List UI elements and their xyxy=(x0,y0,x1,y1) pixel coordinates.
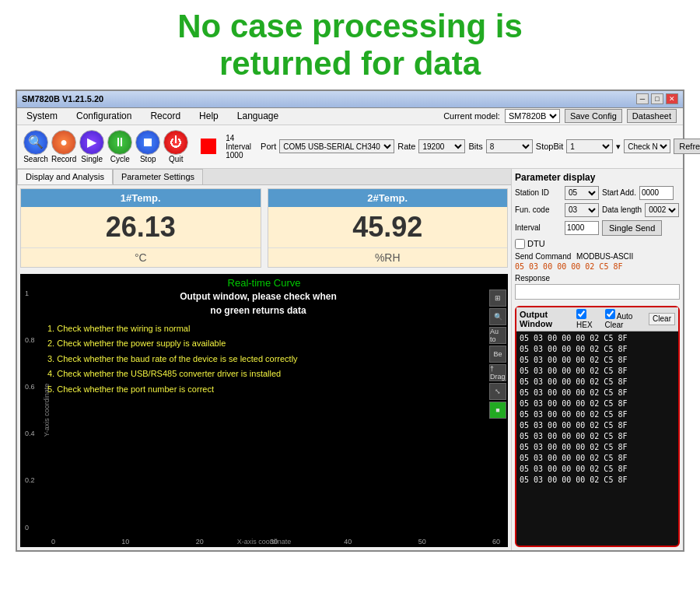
title-bar-controls: ─ □ ✕ xyxy=(636,93,678,104)
data-cell-1-unit: °C xyxy=(21,247,261,267)
menu-help[interactable]: Help xyxy=(196,109,222,123)
chart-btn-auto[interactable]: Au to xyxy=(489,327,506,344)
dtu-label: DTU xyxy=(527,239,545,248)
stop-bit-select[interactable]: 1 xyxy=(566,139,613,153)
menu-record[interactable]: Record xyxy=(147,109,184,123)
check-item-5: 5. Check whether the port number is corr… xyxy=(47,383,469,396)
output-line: 05 03 00 00 00 02 C5 8F xyxy=(520,398,675,409)
station-id-select[interactable]: 05 xyxy=(565,186,599,200)
refresh-button[interactable]: Refresh xyxy=(674,139,700,154)
chart-btn-fit[interactable]: ⤡ xyxy=(489,383,506,400)
stop-button[interactable]: ⏹ Stop xyxy=(135,130,160,163)
tab-parameter[interactable]: Parameter Settings xyxy=(113,169,203,184)
main-content: Display and Analysis Parameter Settings … xyxy=(17,169,683,550)
data-length-select[interactable]: 0002 xyxy=(645,203,679,217)
output-line: 05 03 00 00 00 02 C5 8F xyxy=(520,420,675,431)
hex-label[interactable]: HEX xyxy=(576,309,600,329)
left-panel: Display and Analysis Parameter Settings … xyxy=(17,169,512,550)
bits-label: Bits xyxy=(468,142,482,151)
chart-btn-grid[interactable]: ⊞ xyxy=(489,289,506,307)
check-item-2: 2. Check whether the power supply is ava… xyxy=(47,337,469,350)
check-select[interactable]: Check None xyxy=(624,139,670,153)
chart-area: Real-time Curve Y-axis coordinate 1 0.8 … xyxy=(20,274,508,547)
send-command-label: Send Command MODBUS-ASCII xyxy=(515,252,680,261)
output-line: 05 03 00 00 00 02 C5 8F xyxy=(520,377,675,388)
quit-icon: ⏻ xyxy=(163,130,188,155)
search-icon: 🔍 xyxy=(23,130,48,155)
start-add-input[interactable] xyxy=(639,186,674,200)
minimize-button[interactable]: ─ xyxy=(636,93,649,104)
data-length-label: Data length xyxy=(602,205,642,214)
output-warning-title: Output window, please check when no gree… xyxy=(47,289,469,318)
data-cell-1-header: 1#Temp. xyxy=(21,189,261,207)
stop-icon: ⏹ xyxy=(135,130,160,155)
interval-value: 1000 xyxy=(226,151,251,160)
single-button[interactable]: ▶ Single xyxy=(79,130,104,163)
fun-code-select[interactable]: 03 xyxy=(565,203,599,217)
window-title: SM7820B V1.21.5.20 xyxy=(22,94,103,104)
chart-y-axis: 1 0.8 0.6 0.4 0.2 0 xyxy=(25,289,48,532)
single-label: Single xyxy=(81,155,103,163)
menu-system[interactable]: System xyxy=(23,109,61,123)
output-line: 05 03 00 00 00 02 C5 8F xyxy=(520,344,675,355)
port-select[interactable]: COM5 USB-SERIAL CH340 xyxy=(279,139,394,153)
port-label: Port xyxy=(261,142,276,151)
stop-bit-label: StopBit xyxy=(536,142,563,151)
rate-label: Rate xyxy=(397,142,415,151)
model-select[interactable]: SM7820B xyxy=(505,109,560,123)
menu-language[interactable]: Language xyxy=(234,109,282,123)
search-button[interactable]: 🔍 Search xyxy=(23,130,48,163)
rate-select[interactable]: 19200 xyxy=(418,139,465,153)
cycle-icon: ⏸ xyxy=(107,130,132,155)
menu-configuration[interactable]: Configuration xyxy=(73,109,135,123)
header-banner: No case processing isreturned for data xyxy=(0,0,700,89)
close-window-button[interactable]: ✕ xyxy=(666,93,678,104)
quit-button[interactable]: ⏻ Quit xyxy=(163,130,188,163)
response-label: Response xyxy=(515,274,680,282)
hex-checkbox[interactable] xyxy=(576,309,586,319)
fun-code-label: Fun. code xyxy=(515,205,562,214)
check-item-1: 1. Check whether the wiring is normal xyxy=(47,322,469,335)
datasheet-button[interactable]: Datasheet xyxy=(627,109,677,123)
check-item-3: 3. Check whether the baud rate of the de… xyxy=(47,353,469,366)
record-icon: ● xyxy=(51,130,76,155)
output-line: 05 03 00 00 00 02 C5 8F xyxy=(520,355,675,366)
output-line: 05 03 00 00 00 02 C5 8F xyxy=(520,453,675,464)
output-window-header: Output Window HEX Auto Clear Clear xyxy=(516,307,678,332)
chart-side-buttons: ⊞ 🔍 Au to Be † Drag ⤡ ■ xyxy=(489,289,506,419)
chart-btn-zoom[interactable]: 🔍 xyxy=(489,308,506,325)
record-button[interactable]: ● Record xyxy=(51,130,76,163)
chart-btn-drag[interactable]: † Drag xyxy=(489,364,506,381)
data-cell-2: 2#Temp. 45.92 %RH xyxy=(268,188,509,268)
tab-display[interactable]: Display and Analysis xyxy=(17,169,113,184)
save-config-button[interactable]: Save Config xyxy=(565,109,622,123)
status-indicator xyxy=(201,139,216,154)
auto-clear-label[interactable]: Auto Clear xyxy=(605,309,646,329)
right-panel: Parameter display Station ID 05 Start Ad… xyxy=(512,169,683,550)
dtu-row: DTU xyxy=(515,239,680,249)
cycle-button[interactable]: ⏸ Cycle xyxy=(107,130,132,163)
response-section: Response xyxy=(515,274,680,300)
stop-label: Stop xyxy=(140,155,156,163)
title-bar: SM7820B V1.21.5.20 ─ □ ✕ xyxy=(17,91,683,108)
maximize-button[interactable]: □ xyxy=(651,93,663,104)
output-window: Output Window HEX Auto Clear Clear xyxy=(515,306,680,547)
current-model-label: Current model: xyxy=(443,111,500,121)
interval-param-input[interactable] xyxy=(565,221,599,235)
chart-btn-green[interactable]: ■ xyxy=(489,402,506,419)
output-line: 05 03 00 00 00 02 C5 8F xyxy=(520,409,675,420)
output-clear-button[interactable]: Clear xyxy=(649,313,675,325)
check-none-label: ▾ xyxy=(616,142,621,152)
port-section: Port COM5 USB-SERIAL CH340 Rate 19200 Bi… xyxy=(261,139,700,154)
param-display-title: Parameter display xyxy=(515,172,680,183)
quit-label: Quit xyxy=(169,155,183,163)
data-cell-2-header: 2#Temp. xyxy=(268,189,508,207)
current-model-section: Current model: SM7820B Save Config Datas… xyxy=(443,109,677,123)
output-line: 05 03 00 00 00 02 C5 8F xyxy=(520,431,675,442)
chart-btn-be[interactable]: Be xyxy=(489,346,506,363)
dtu-checkbox[interactable] xyxy=(515,239,525,249)
chart-x-label: X-axis coordinate xyxy=(237,538,292,546)
single-send-button[interactable]: Single Send xyxy=(602,220,662,236)
bits-select[interactable]: 8 xyxy=(486,139,533,153)
auto-clear-checkbox[interactable] xyxy=(605,309,615,319)
